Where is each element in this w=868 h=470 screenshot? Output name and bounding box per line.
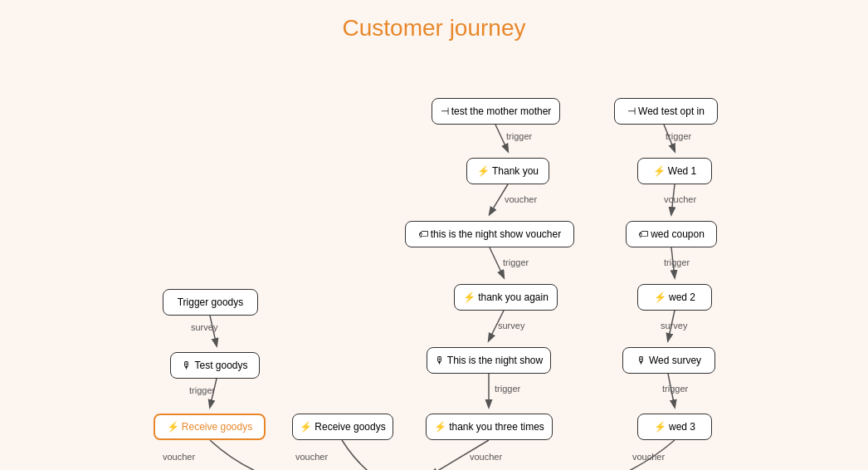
edge-label-trigger7: trigger (189, 385, 215, 395)
node-thank-you-again[interactable]: ⚡ thank you again (454, 284, 558, 311)
edge-label-trigger5: trigger (664, 257, 690, 267)
edge-label-survey3: survey (191, 322, 217, 332)
edge-label-voucher5: voucher (470, 452, 502, 462)
node-trigger-goodys[interactable]: Trigger goodys (163, 289, 258, 316)
bolt-icon8: ⚡ (654, 421, 666, 433)
edge-label-voucher6: voucher (632, 452, 665, 462)
entry-icon: ⊣ (441, 105, 449, 117)
bolt-icon2: ⚡ (653, 165, 666, 177)
edge-label-trigger3: trigger (495, 384, 520, 394)
edge-label-voucher1: voucher (505, 194, 537, 204)
node-wed-1[interactable]: ⚡ Wed 1 (637, 158, 712, 184)
edge-label-voucher2: voucher (664, 194, 696, 204)
entry-icon2: ⊣ (627, 105, 636, 117)
bolt-icon4: ⚡ (654, 291, 666, 303)
node-thank-you[interactable]: ⚡ Thank you (466, 158, 549, 184)
tag-icon1: 🏷 (418, 228, 428, 240)
node-receive-goodys-active[interactable]: ⚡ Receive goodys (154, 414, 266, 440)
node-wed-coupon[interactable]: 🏷 wed coupon (626, 221, 717, 247)
tag-icon2: 🏷 (638, 228, 648, 240)
node-receive-goodys[interactable]: ⚡ Receive goodys (292, 414, 393, 440)
node-wed-2[interactable]: ⚡ wed 2 (637, 284, 712, 311)
node-wed-test-opt[interactable]: ⊣ Wed test opt in (614, 98, 718, 125)
bolt-icon7: ⚡ (434, 421, 446, 433)
edge-label-survey1: survey (498, 321, 524, 330)
edge-label-trigger2: trigger (503, 257, 529, 267)
edge-label-trigger1: trigger (506, 131, 532, 141)
node-wed-3[interactable]: ⚡ wed 3 (637, 414, 712, 440)
edge-label-trigger4: trigger (666, 131, 691, 141)
page-title: Customer journey (0, 0, 868, 42)
mic-icon1: 🎙 (435, 355, 445, 366)
node-night-show-voucher[interactable]: 🏷 this is the night show voucher (405, 221, 574, 247)
node-test-goodys[interactable]: 🎙 Test goodys (170, 352, 260, 379)
mic-icon2: 🎙 (636, 355, 646, 366)
bolt-icon1: ⚡ (477, 165, 490, 177)
edge-label-voucher4: voucher (295, 452, 328, 462)
edge-label-trigger6: trigger (662, 384, 688, 394)
edge-label-voucher3: voucher (163, 452, 195, 462)
bolt-icon3: ⚡ (463, 291, 475, 303)
svg-line-2 (490, 247, 504, 277)
journey-diagram: trigger voucher trigger survey trigger t… (0, 42, 868, 470)
node-thank-you-three[interactable]: ⚡ thank you three times (426, 414, 553, 440)
node-night-show[interactable]: 🎙 This is the night show (427, 347, 551, 374)
mic-icon3: 🎙 (182, 360, 192, 371)
node-test-mother[interactable]: ⊣ test the mother mother (432, 98, 560, 125)
bolt-icon6: ⚡ (300, 421, 312, 433)
node-wed-survey[interactable]: 🎙 Wed survey (622, 347, 715, 374)
bolt-icon5: ⚡ (167, 421, 179, 433)
edge-label-survey2: survey (661, 321, 687, 330)
